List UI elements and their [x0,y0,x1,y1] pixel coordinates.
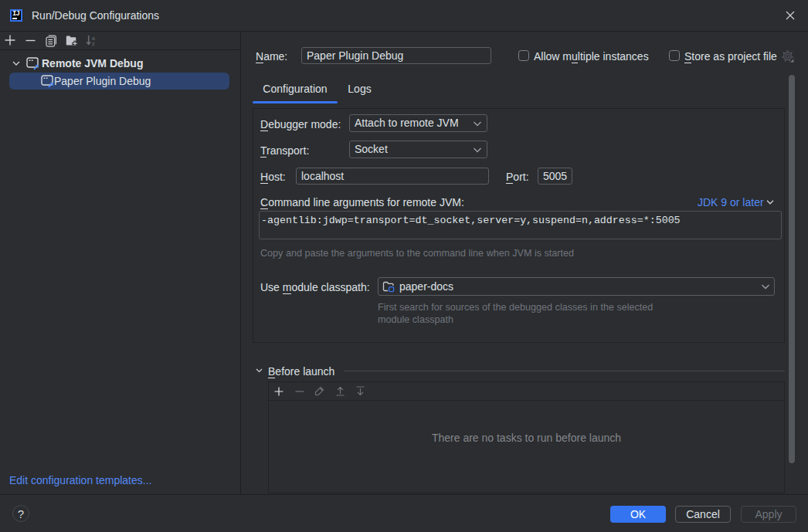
svg-text:z: z [92,40,95,46]
